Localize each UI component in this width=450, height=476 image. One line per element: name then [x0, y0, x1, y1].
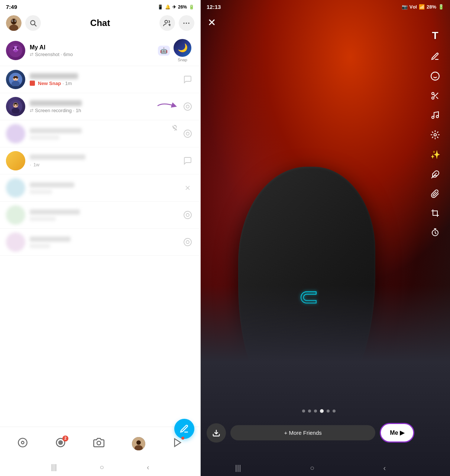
timer-tool-button[interactable]	[431, 228, 440, 237]
snap-button-myai[interactable]: 🌙 Snap	[174, 39, 191, 62]
crop-tool-button[interactable]	[431, 209, 440, 218]
battery-right: 28%	[427, 4, 436, 10]
sticker-tool-button[interactable]	[430, 71, 440, 81]
svg-point-41	[184, 238, 191, 246]
new-snap-text: New Snap	[38, 81, 61, 86]
nav-profile[interactable]	[132, 437, 145, 450]
time-right: 12:13	[207, 4, 221, 10]
chat-item-blurred5[interactable]	[0, 229, 200, 256]
link-tool-button[interactable]	[431, 189, 440, 198]
search-button[interactable]	[25, 15, 41, 31]
svg-marker-50	[175, 438, 181, 446]
home-indicator-right: ||| ○ ‹	[201, 464, 420, 472]
chat-sub-user2: New Snap · 1m	[30, 81, 181, 86]
avatar-blurred2	[6, 151, 25, 170]
save-button[interactable]	[207, 423, 226, 443]
blurred-sub-5	[30, 244, 50, 248]
svg-point-64	[434, 134, 437, 136]
svg-line-60	[436, 97, 438, 99]
chat-action-blurred1	[181, 127, 194, 140]
chat-name-user2-blurred	[30, 73, 78, 79]
svg-point-24	[17, 78, 18, 79]
svg-point-35	[184, 130, 191, 137]
dot-6	[333, 410, 336, 413]
blurred-sub-3	[30, 190, 52, 194]
svg-point-48	[136, 440, 141, 445]
stories-badge: 2	[62, 436, 68, 441]
camera-icon	[93, 437, 104, 450]
new-snap-dot	[30, 81, 35, 86]
chat-info-blurred5	[30, 237, 181, 248]
compose-button[interactable]	[174, 419, 194, 439]
effects-tool-button[interactable]	[430, 130, 440, 140]
svg-point-23	[14, 78, 15, 79]
chat-item-user3[interactable]: ⇄ Screen recording · 1h	[0, 93, 200, 120]
status-bar-left: 7:49 📱 🔔 ✈ 26% 🔋	[0, 0, 200, 12]
avatar-blurred1	[6, 124, 25, 143]
more-button[interactable]: ···	[179, 15, 194, 31]
dot-4	[320, 409, 324, 413]
map-icon	[17, 437, 28, 450]
right-softkey: |||	[235, 464, 241, 472]
right-panel: 12:13 📷 Vоl 📶 28% 🔋	[201, 0, 450, 476]
chat-item-blurred1[interactable]	[0, 120, 200, 147]
svg-rect-30	[13, 104, 19, 104]
close-button[interactable]	[207, 17, 217, 30]
ai-badge: 🤖	[158, 46, 170, 56]
avatar-user3	[6, 97, 25, 116]
me-button[interactable]: Me ▶	[380, 423, 414, 443]
profile-avatar[interactable]	[6, 15, 22, 31]
chat-action-blurred4	[181, 208, 194, 222]
chat-item-blurred2[interactable]: · 1w	[0, 147, 200, 175]
svg-point-43	[18, 438, 27, 447]
right-home-key: ○	[310, 464, 314, 472]
blurred-name-3	[30, 182, 74, 188]
svg-point-33	[186, 105, 189, 108]
scissors-tool-button[interactable]	[431, 91, 440, 100]
svg-point-58	[432, 97, 434, 99]
chat-info-blurred1	[30, 128, 181, 140]
svg-point-28	[14, 105, 15, 106]
nav-map[interactable]	[17, 437, 28, 450]
chat-item-blurred3[interactable]	[0, 175, 200, 202]
svg-point-44	[21, 441, 24, 444]
snap-badge: 🌙	[174, 39, 191, 57]
text-tool-button[interactable]: T	[432, 30, 438, 42]
nav-spotlight[interactable]	[172, 437, 183, 450]
chat-sub-text-myai: Screenshot · 6mo	[35, 52, 73, 57]
chat-action-user3[interactable]	[181, 100, 194, 113]
magic-tool-button[interactable]: ✨	[430, 150, 440, 160]
avatar-user2	[6, 70, 25, 89]
blurred-name-2	[30, 154, 85, 160]
purple-arrow	[156, 100, 178, 113]
chat-item-blurred4[interactable]	[0, 202, 200, 229]
left-softkey: |||	[51, 463, 57, 472]
chat-action-user2[interactable]	[181, 73, 194, 86]
chat-item-user2[interactable]: New Snap · 1m	[0, 66, 200, 93]
blurred-sub-1	[30, 136, 59, 140]
dot-3	[314, 410, 317, 413]
add-friend-button[interactable]	[159, 15, 175, 31]
svg-line-9	[35, 25, 36, 26]
chat-list: My AI ⇄ Screenshot · 6mo 🤖 🌙 Snap	[0, 35, 200, 427]
edit-tool-button[interactable]	[431, 52, 440, 61]
bottom-nav: 2	[0, 427, 200, 460]
music-tool-button[interactable]	[431, 111, 440, 120]
chat-info-blurred4	[30, 209, 181, 221]
home-key: ○	[100, 463, 104, 472]
nav-camera[interactable]	[93, 437, 104, 450]
chat-item-myai[interactable]: My AI ⇄ Screenshot · 6mo 🤖 🌙 Snap	[0, 35, 200, 66]
svg-point-32	[184, 103, 191, 110]
more-friends-button[interactable]: + More Friends	[230, 425, 375, 440]
svg-point-39	[184, 211, 191, 219]
chat-info-blurred3	[30, 182, 181, 194]
svg-point-29	[17, 105, 18, 106]
home-indicator-left: ||| ○ ‹	[0, 460, 200, 476]
blurred-name-1	[30, 128, 82, 133]
eraser-tool-button[interactable]	[431, 170, 440, 179]
blurred-name-4	[30, 209, 80, 215]
nav-stories[interactable]: 2	[55, 437, 66, 450]
spotlight-dot	[181, 437, 184, 440]
status-icons-right: 📷 Vоl 📶 28% 🔋	[402, 4, 444, 10]
page-title: Chat	[45, 18, 156, 28]
